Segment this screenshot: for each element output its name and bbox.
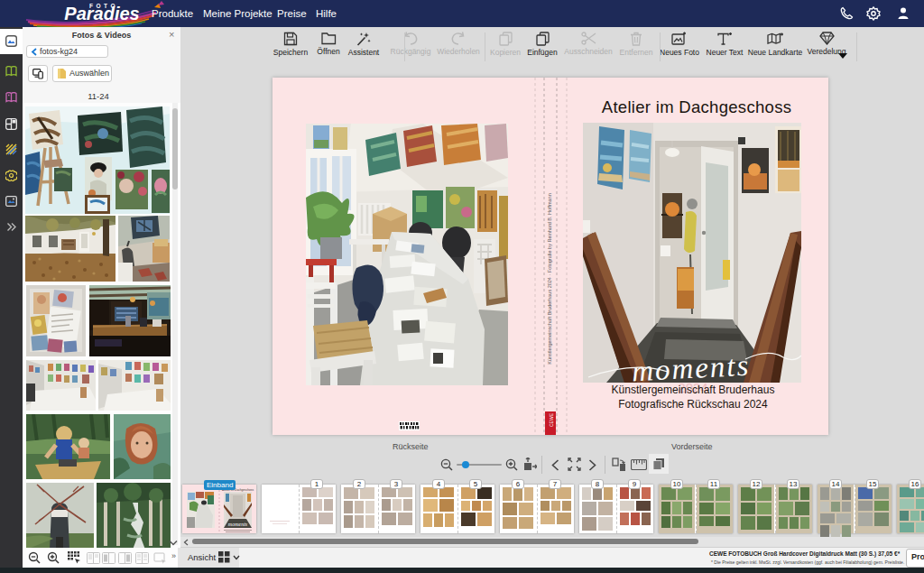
svg-text:Paradies: Paradies (64, 4, 139, 23)
svg-text:moments: moments (228, 522, 248, 527)
svg-text:moments: moments (631, 349, 751, 383)
svg-text:Künstlergemeinschaft Bruderhau: Künstlergemeinschaft Bruderhaus 2024 · F… (547, 193, 552, 364)
svg-text:CEWE: CEWE (549, 412, 554, 427)
